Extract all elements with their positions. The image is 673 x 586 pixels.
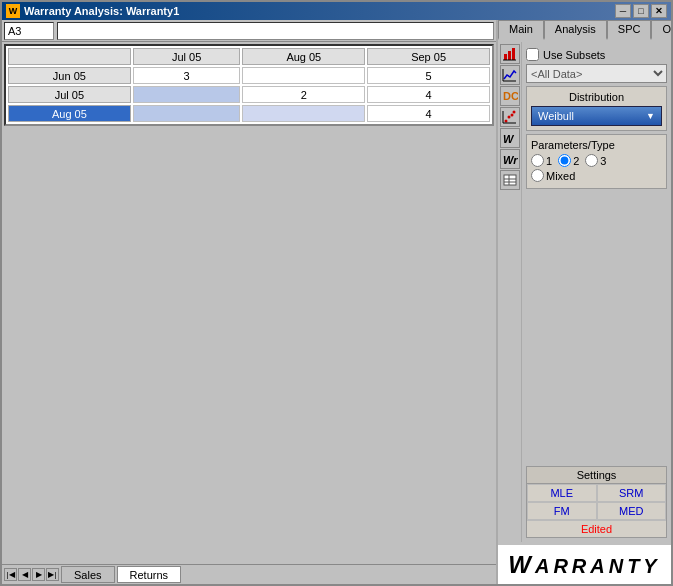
table-row: Jun 05 3 5: [8, 67, 490, 84]
cell-jun05-aug05[interactable]: [242, 67, 365, 84]
tab-returns[interactable]: Returns: [117, 566, 182, 583]
tab-nav-last[interactable]: ▶|: [46, 568, 59, 581]
tab-nav-prev[interactable]: ◀: [18, 568, 31, 581]
table-icon-button[interactable]: [500, 170, 520, 190]
parameters-type-section: Parameters/Type 1 2: [526, 134, 667, 189]
window-title: Warranty Analysis: Warranty1: [24, 5, 179, 17]
right-panel-main: Use Subsets <All Data> Distribution Weib…: [522, 42, 671, 542]
radio-2[interactable]: [558, 154, 571, 167]
cell-jul05-aug05[interactable]: 2: [242, 86, 365, 103]
maximize-button[interactable]: □: [633, 4, 649, 18]
data-table: Jul 05 Aug 05 Sep 05 Jun 05 3 5: [4, 44, 494, 126]
cell-jun05-jul05[interactable]: 3: [133, 67, 241, 84]
mle-button[interactable]: MLE: [527, 484, 597, 502]
cell-aug05-aug05[interactable]: [242, 105, 365, 122]
svg-rect-2: [512, 48, 515, 60]
cell-jul05-jul05[interactable]: [133, 86, 241, 103]
tab-sales[interactable]: Sales: [61, 566, 115, 583]
tab-nav-next[interactable]: ▶: [32, 568, 45, 581]
right-panel-body: DCP: [498, 42, 671, 542]
close-button[interactable]: ✕: [651, 4, 667, 18]
use-subsets-row: Use Subsets: [526, 48, 667, 61]
scatter-icon-button[interactable]: [500, 107, 520, 127]
probability-icon-button[interactable]: DCP: [500, 86, 520, 106]
params-type-label: Parameters/Type: [531, 139, 662, 151]
radio-1[interactable]: [531, 154, 544, 167]
cell-reference-input[interactable]: [4, 22, 54, 40]
weibull-dropdown-button[interactable]: Weibull ▼: [531, 106, 662, 126]
row-header-jul05[interactable]: Jul 05: [8, 86, 131, 103]
svg-text:DCP: DCP: [503, 90, 518, 102]
spacer: [526, 192, 667, 461]
tab-other[interactable]: Other: [651, 20, 671, 40]
radio-mixed-label[interactable]: Mixed: [531, 169, 575, 182]
app-body: Jul 05 Aug 05 Sep 05 Jun 05 3 5: [2, 20, 671, 584]
spreadsheet-area: Jul 05 Aug 05 Sep 05 Jun 05 3 5: [4, 44, 494, 303]
subset-dropdown[interactable]: <All Data>: [526, 64, 667, 83]
svg-point-8: [508, 116, 511, 119]
med-button[interactable]: MED: [597, 502, 667, 520]
settings-buttons-grid: MLE SRM FM MED: [527, 484, 666, 520]
edited-status: Edited: [527, 520, 666, 537]
use-subsets-label: Use Subsets: [543, 49, 605, 61]
col-header-jul05[interactable]: Jul 05: [133, 48, 241, 65]
distribution-section: Distribution Weibull ▼: [526, 86, 667, 131]
logo-w-letter: W: [508, 551, 535, 578]
svg-point-10: [513, 111, 516, 114]
logo-rest: ARRANTY: [535, 555, 661, 577]
weibull-wr-icon-button[interactable]: Wr: [500, 149, 520, 169]
cell-jul05-sep05[interactable]: 4: [367, 86, 490, 103]
table-row: Aug 05 4: [8, 105, 490, 122]
tab-analysis[interactable]: Analysis: [544, 20, 607, 40]
radio-mixed[interactable]: [531, 169, 544, 182]
minimize-button[interactable]: ─: [615, 4, 631, 18]
warranty-logo: WARRANTY: [498, 542, 671, 584]
formula-bar: [2, 20, 496, 42]
row-header-aug05-selected[interactable]: Aug 05: [8, 105, 131, 122]
app-icon: W: [6, 4, 20, 18]
radio-3[interactable]: [585, 154, 598, 167]
corner-cell: [8, 48, 131, 65]
svg-point-7: [505, 120, 508, 123]
cell-aug05-sep05[interactable]: 4: [367, 105, 490, 122]
settings-section: Settings MLE SRM FM MED Edited: [526, 466, 667, 538]
line-chart-icon-button[interactable]: [500, 65, 520, 85]
icon-strip: DCP: [498, 42, 522, 542]
tab-nav-first[interactable]: |◀: [4, 568, 17, 581]
logo-text: WARRANTY: [508, 551, 660, 579]
distribution-label: Distribution: [531, 91, 662, 103]
table-row: Jul 05 2 4: [8, 86, 490, 103]
row-header-jun05[interactable]: Jun 05: [8, 67, 131, 84]
radio-row-numbers: 1 2 3: [531, 154, 662, 167]
cell-aug05-jul05[interactable]: [133, 105, 241, 122]
radio-1-label[interactable]: 1: [531, 154, 552, 167]
tab-spc[interactable]: SPC: [607, 20, 652, 40]
window-controls: ─ □ ✕: [615, 4, 667, 18]
formula-input[interactable]: [57, 22, 494, 40]
svg-text:W: W: [503, 133, 515, 145]
radio-row-mixed: Mixed: [531, 169, 662, 182]
svg-text:Wr: Wr: [503, 154, 518, 166]
srm-button[interactable]: SRM: [597, 484, 667, 502]
right-panel-tabs: Main Analysis SPC Other: [498, 20, 671, 42]
radio-3-label[interactable]: 3: [585, 154, 606, 167]
cell-jun05-sep05[interactable]: 5: [367, 67, 490, 84]
app-window: W Warranty Analysis: Warranty1 ─ □ ✕: [0, 0, 673, 586]
tab-main[interactable]: Main: [498, 20, 544, 40]
title-bar: W Warranty Analysis: Warranty1 ─ □ ✕: [2, 2, 671, 20]
settings-header: Settings: [527, 467, 666, 484]
weibull-w-icon-button[interactable]: W: [500, 128, 520, 148]
bottom-tab-bar: |◀ ◀ ▶ ▶| Sales Returns: [2, 564, 496, 584]
col-header-sep05[interactable]: Sep 05: [367, 48, 490, 65]
svg-rect-1: [508, 51, 511, 60]
left-area: Jul 05 Aug 05 Sep 05 Jun 05 3 5: [2, 20, 496, 584]
chart-icon-button[interactable]: [500, 44, 520, 64]
fm-button[interactable]: FM: [527, 502, 597, 520]
use-subsets-checkbox[interactable]: [526, 48, 539, 61]
dropdown-arrow-icon: ▼: [646, 111, 655, 121]
col-header-aug05[interactable]: Aug 05: [242, 48, 365, 65]
right-panel: Main Analysis SPC Other: [496, 20, 671, 584]
svg-point-9: [511, 114, 514, 117]
weibull-label: Weibull: [538, 110, 574, 122]
radio-2-label[interactable]: 2: [558, 154, 579, 167]
